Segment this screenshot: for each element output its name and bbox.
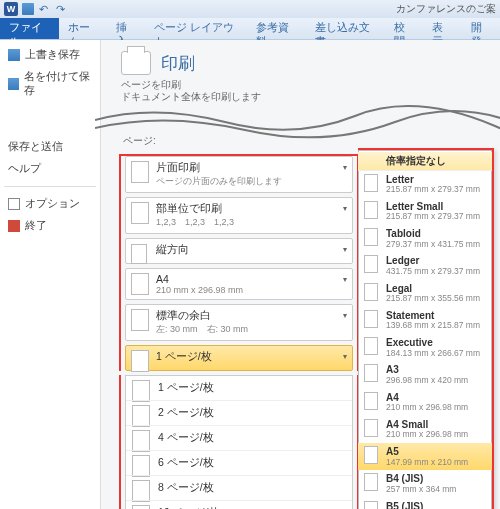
sidebar-label: ヘルプ	[8, 162, 41, 176]
page-icon	[364, 201, 378, 219]
flyout-item-paper-size[interactable]: B4 (JIS)257 mm x 364 mm	[358, 470, 492, 497]
setting-title: 部単位で印刷	[156, 202, 334, 216]
setting-sub: 左: 30 mm 右: 30 mm	[156, 323, 334, 336]
page-icon	[364, 228, 378, 246]
setting-title: A4	[156, 273, 334, 285]
tab-layout[interactable]: ページ レイアウト	[145, 18, 247, 39]
page-icon	[364, 501, 378, 509]
pages-per-sheet-option[interactable]: 6 ページ/枚	[126, 450, 352, 475]
page-icon	[364, 419, 378, 437]
sidebar-label: 上書き保存	[25, 48, 80, 62]
flyout-item-no-scaling[interactable]: 倍率指定なし	[358, 152, 492, 171]
sidebar-label: オプション	[25, 197, 80, 211]
pages-per-sheet-dropdown: 1 ページ/枚2 ページ/枚4 ページ/枚6 ページ/枚8 ページ/枚16 ペー…	[119, 375, 359, 509]
page-icon	[364, 255, 378, 273]
flyout-item-paper-size[interactable]: Executive184.13 mm x 266.67 mm	[358, 334, 492, 361]
setting-print-side[interactable]: 片面印刷ページの片面のみを印刷します	[125, 156, 353, 193]
margin-icon	[131, 309, 149, 331]
flyout-item-paper-size[interactable]: Statement139.68 mm x 215.87 mm	[358, 307, 492, 334]
page-icon	[364, 283, 378, 301]
tab-insert[interactable]: 挿入	[107, 18, 145, 39]
pages-per-sheet-option[interactable]: 4 ページ/枚	[126, 425, 352, 450]
setting-title: 縦方向	[156, 243, 334, 257]
separator	[4, 186, 96, 187]
sheet-icon	[132, 405, 150, 427]
pages-per-sheet-option[interactable]: 2 ページ/枚	[126, 400, 352, 425]
sidebar-item-exit[interactable]: 終了	[0, 215, 100, 237]
flyout-item-paper-size[interactable]: Legal215.87 mm x 355.56 mm	[358, 280, 492, 307]
setting-margins[interactable]: 標準の余白左: 30 mm 右: 30 mm	[125, 304, 353, 341]
flyout-item-paper-size[interactable]: Tabloid279.37 mm x 431.75 mm	[358, 225, 492, 252]
print-title: 印刷	[161, 52, 195, 75]
tab-developer[interactable]: 開発	[462, 18, 500, 39]
collate-icon	[131, 202, 149, 224]
page-icon	[131, 161, 149, 183]
flyout-item-paper-size[interactable]: Letter Small215.87 mm x 279.37 mm	[358, 198, 492, 225]
sidebar-label: 終了	[25, 219, 47, 233]
print-panel: 印刷 ページを印刷 ドキュメント全体を印刷します ページ: 片面印刷ページの片面…	[100, 40, 500, 509]
paper-size-flyout: 倍率指定なし Letter215.87 mm x 279.37 mmLetter…	[358, 148, 494, 509]
portrait-icon	[131, 244, 147, 264]
print-settings-highlighted: 片面印刷ページの片面のみを印刷します 部単位で印刷1,2,3 1,2,3 1,2…	[119, 154, 359, 371]
setting-title: 1 ページ/枚	[156, 350, 334, 364]
torn-edge-graphic	[101, 102, 500, 132]
tab-review[interactable]: 校閲	[385, 18, 423, 39]
sheet-icon	[132, 380, 150, 402]
flyout-item-paper-size[interactable]: A3296.98 mm x 420 mm	[358, 361, 492, 388]
page-icon	[364, 174, 378, 192]
pages-per-sheet-option[interactable]: 16 ページ/枚	[126, 500, 352, 509]
saveas-icon	[8, 78, 19, 90]
tab-home[interactable]: ホーム	[59, 18, 107, 39]
save-icon	[8, 49, 20, 61]
qat-redo-icon[interactable]	[56, 3, 68, 15]
setting-sub: 1,2,3 1,2,3 1,2,3	[156, 216, 334, 229]
label: 倍率指定なし	[386, 155, 446, 166]
word-icon: W	[4, 2, 18, 16]
sidebar-item-save[interactable]: 上書き保存	[0, 44, 100, 66]
tab-file[interactable]: ファイル	[0, 18, 59, 39]
flyout-item-paper-size[interactable]: B5 (JIS)181.99 mm x 256.98 mm	[358, 498, 492, 509]
sheet-icon	[132, 430, 150, 452]
sidebar-item-saveas[interactable]: 名を付けて保存	[0, 66, 100, 102]
setting-orientation[interactable]: 縦方向	[125, 238, 353, 264]
setting-title: 標準の余白	[156, 309, 334, 323]
sheet-icon	[132, 480, 150, 502]
sidebar-item-saveandsend[interactable]: 保存と送信	[0, 136, 100, 158]
document-title: カンファレンスのご案	[396, 2, 496, 16]
sheet-icon	[132, 505, 150, 509]
sidebar-label: 名を付けて保存	[24, 70, 92, 98]
flyout-item-paper-size[interactable]: Letter215.87 mm x 279.37 mm	[358, 171, 492, 198]
page-icon	[364, 392, 378, 410]
setting-sub: 210 mm x 296.98 mm	[156, 285, 334, 295]
flyout-item-paper-size[interactable]: A5147.99 mm x 210 mm	[358, 443, 492, 470]
sidebar-label: 保存と送信	[8, 140, 63, 154]
page-icon	[364, 337, 378, 355]
setting-sub: ページの片面のみを印刷します	[156, 175, 334, 188]
tab-mailings[interactable]: 差し込み文書	[306, 18, 385, 39]
backstage-sidebar: 上書き保存 名を付けて保存 保存と送信 ヘルプ オプション 終了	[0, 40, 100, 509]
quick-access-toolbar	[22, 3, 68, 15]
tab-references[interactable]: 参考資料	[247, 18, 306, 39]
tab-view[interactable]: 表示	[423, 18, 461, 39]
qat-save-icon[interactable]	[22, 3, 34, 15]
setting-pages-per-sheet[interactable]: 1 ページ/枚	[125, 345, 353, 371]
page-icon	[364, 473, 378, 491]
printer-icon	[121, 51, 151, 75]
flyout-item-paper-size[interactable]: A4 Small210 mm x 296.98 mm	[358, 416, 492, 443]
setting-collate[interactable]: 部単位で印刷1,2,3 1,2,3 1,2,3	[125, 197, 353, 234]
flyout-item-paper-size[interactable]: A4210 mm x 296.98 mm	[358, 389, 492, 416]
flyout-item-paper-size[interactable]: Ledger431.75 mm x 279.37 mm	[358, 252, 492, 279]
exit-icon	[8, 220, 20, 232]
page-icon	[364, 364, 378, 382]
sheet-icon	[131, 350, 149, 372]
setting-paper-size[interactable]: A4210 mm x 296.98 mm	[125, 268, 353, 300]
title-bar: W カンファレンスのご案	[0, 0, 500, 18]
pages-per-sheet-option[interactable]: 1 ページ/枚	[126, 376, 352, 400]
sidebar-item-help[interactable]: ヘルプ	[0, 158, 100, 180]
pages-per-sheet-option[interactable]: 8 ページ/枚	[126, 475, 352, 500]
page-icon	[131, 273, 149, 295]
setting-title: 片面印刷	[156, 161, 334, 175]
qat-undo-icon[interactable]	[39, 3, 51, 15]
ribbon-tabs: ファイル ホーム 挿入 ページ レイアウト 参考資料 差し込み文書 校閲 表示 …	[0, 18, 500, 40]
sidebar-item-options[interactable]: オプション	[0, 193, 100, 215]
